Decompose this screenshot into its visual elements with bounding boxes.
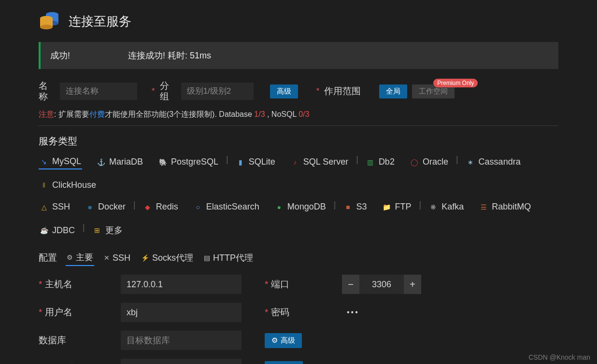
password-input[interactable]: ••• (347, 308, 359, 317)
user-input[interactable] (121, 303, 242, 322)
host-input[interactable] (121, 275, 242, 294)
service-redis[interactable]: ◆Redis (142, 200, 179, 214)
service-label: MongoDB (287, 202, 326, 212)
cassandra-icon: ∗ (466, 158, 475, 167)
service-label: ClickHouse (52, 180, 96, 190)
s3-icon: ■ (344, 203, 353, 211)
advanced-button[interactable]: 高级 (270, 84, 298, 98)
tab-http[interactable]: ▤HTTP代理 (203, 250, 254, 266)
service-label: MariaDB (109, 157, 143, 167)
service-ftp[interactable]: 📁FTP (382, 200, 412, 214)
connection-name-input[interactable] (60, 83, 137, 100)
socket-label: Socket路径 (39, 362, 121, 364)
service-label: FTP (395, 202, 412, 212)
status-label: 成功! (50, 50, 70, 61)
service-type-title: 服务类型 (39, 135, 558, 148)
status-bar: 成功! 连接成功! 耗时: 51ms (39, 42, 558, 69)
separator: | (349, 154, 365, 169)
service-label: RabbitMQ (492, 202, 531, 212)
service-ssh[interactable]: △SSH (39, 200, 71, 214)
socket-use-button[interactable]: 🛠 使用 (265, 361, 303, 364)
service-label: Docker (98, 202, 126, 212)
mongodb-icon: ● (275, 203, 284, 211)
scope-global-button[interactable]: 全局 (379, 84, 407, 98)
service-label: Redis (156, 202, 178, 212)
service-kafka[interactable]: ※Kafka (428, 200, 465, 214)
gear-icon: ⚙ (271, 336, 278, 345)
tab-label: HTTP代理 (213, 252, 253, 264)
divider (39, 126, 558, 126)
service-rabbitmq[interactable]: ☰RabbitMQ (478, 200, 532, 214)
elasticsearch-icon: ○ (194, 203, 202, 211)
service-mariadb[interactable]: ⚓MariaDB (96, 154, 144, 169)
service-label: SSH (52, 202, 70, 212)
required-marker: * (316, 86, 320, 96)
oracle-icon: ◯ (410, 158, 419, 167)
service-cassandra[interactable]: ∗Cassandra (465, 154, 522, 169)
service-sql-server[interactable]: ♪SQL Server (290, 154, 349, 169)
service-docker[interactable]: ⎈Docker (85, 200, 127, 214)
service-jdbc[interactable]: ☕JDBC (39, 223, 76, 238)
service-label: Db2 (379, 157, 395, 167)
scope-workspace-label: 工作空间 (419, 87, 448, 95)
service-s3[interactable]: ■S3 (343, 200, 368, 214)
jdbc-icon: ☕ (40, 226, 48, 235)
status-message: 连接成功! 耗时: 51ms (128, 50, 211, 61)
group-label: 分组 (160, 81, 176, 102)
port-label: * 端口 (265, 278, 342, 291)
clickhouse-icon: ⦀ (40, 181, 48, 190)
service-clickhouse[interactable]: ⦀ClickHouse (39, 178, 97, 192)
service-label: 更多 (105, 224, 123, 236)
database-input[interactable] (121, 331, 242, 350)
user-label: * 用户名 (39, 306, 121, 319)
service-postgresql[interactable]: 🐘PostgreSQL (157, 154, 219, 169)
mysql-icon: ↘ (40, 157, 48, 166)
socket-input[interactable] (121, 359, 242, 364)
scope-workspace-button[interactable]: 工作空间 Premium Only (412, 84, 455, 98)
ssh-icon: △ (40, 203, 48, 211)
separator: | (327, 200, 343, 214)
service-sqlite[interactable]: ▮SQLite (235, 154, 276, 169)
tab-main[interactable]: ⚙主要 (66, 250, 94, 266)
socks-icon: ⚡ (141, 254, 149, 262)
separator: | (449, 154, 465, 169)
service-label: ElasticSearch (206, 202, 259, 212)
service-label: Oracle (423, 157, 448, 167)
svg-point-5 (40, 25, 53, 29)
required-marker: * (152, 86, 155, 96)
port-increment-button[interactable]: + (404, 275, 421, 294)
http-icon: ▤ (204, 254, 210, 262)
service-label: Cassandra (479, 157, 521, 167)
database-label: 数据库 (39, 334, 121, 347)
service-mongodb[interactable]: ●MongoDB (274, 200, 327, 214)
service-oracle[interactable]: ◯Oracle (409, 154, 449, 169)
tab-socks[interactable]: ⚡Socks代理 (140, 250, 194, 266)
database-advanced-button[interactable]: ⚙ 高级 (265, 333, 302, 348)
group-input[interactable] (181, 83, 254, 100)
service-mysql[interactable]: ↘MySQL (39, 154, 82, 169)
scope-label: 作用范围 (324, 85, 361, 98)
更多-icon: ⊞ (93, 226, 101, 235)
db2-icon: ▥ (366, 158, 375, 167)
page-title: 连接至服务 (69, 13, 131, 30)
port-stepper[interactable]: − + (342, 275, 421, 294)
port-input[interactable] (359, 275, 404, 294)
service-elasticsearch[interactable]: ○ElasticSearch (193, 200, 260, 214)
pay-link[interactable]: 付费 (89, 110, 105, 118)
sql-server-icon: ♪ (291, 158, 299, 167)
tab-ssh[interactable]: ✕SSH (103, 250, 131, 266)
service-label: Kafka (441, 202, 464, 212)
separator: | (219, 154, 235, 169)
service-label: SQL Server (303, 157, 348, 167)
service-更多[interactable]: ⊞更多 (92, 223, 124, 238)
service-db2[interactable]: ▥Db2 (365, 154, 396, 169)
postgresql-icon: 🐘 (158, 158, 167, 167)
service-label: JDBC (52, 225, 75, 236)
header: 连接至服务 (39, 10, 558, 33)
mariadb-icon: ⚓ (97, 158, 105, 167)
service-row-1: ↘MySQL⚓MariaDB🐘PostgreSQL|▮SQLite♪SQL Se… (39, 154, 558, 192)
service-label: SQLite (249, 157, 275, 167)
port-decrement-button[interactable]: − (342, 275, 359, 294)
service-label: PostgreSQL (171, 157, 218, 167)
watermark: CSDN @Knock man (528, 353, 590, 361)
